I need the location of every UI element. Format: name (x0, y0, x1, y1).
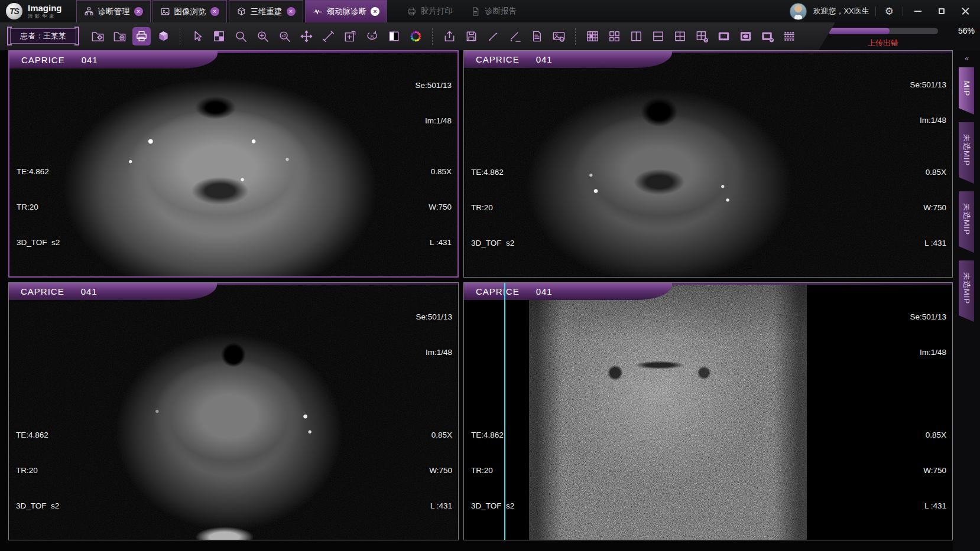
tab-close-icon[interactable]: × (287, 7, 296, 16)
tool-probe-line[interactable] (506, 27, 524, 45)
tab-label: 颈动脉诊断 (327, 6, 367, 17)
svg-text:x2: x2 (281, 34, 286, 38)
tab-close-icon[interactable]: × (210, 7, 219, 16)
overlay-series-info: Se:501/13 Im:1/48 (416, 288, 452, 382)
tool-layout-2row[interactable] (649, 27, 667, 45)
viewport-1[interactable]: CAPRICE 041 Se:501/13 Im:1/48 TE:4.862 T… (463, 50, 953, 278)
tool-probe[interactable] (484, 27, 502, 45)
viewport-2[interactable]: CAPRICE 041 Se:501/13 Im:1/48 TE:4.862 T… (8, 282, 459, 540)
image-index: Im:1/48 (415, 115, 452, 127)
echo-time: TE:4.862 (16, 429, 59, 441)
tool-roi-ellipse[interactable] (736, 27, 755, 45)
echo-time: TE:4.862 (17, 166, 60, 178)
rect-bold-icon (717, 30, 731, 43)
toolbar-divider (432, 28, 433, 45)
upload-panel: 56% 上传出错 (819, 22, 980, 50)
tool-roi-rect-delete[interactable] (758, 27, 777, 45)
svg-text:S: S (370, 34, 374, 40)
mri-image[interactable] (9, 283, 458, 540)
series-tab-mip-active[interactable]: MIP (959, 67, 974, 115)
tab-diagnosis-management[interactable]: 诊断管理× (76, 0, 151, 22)
series-number: 041 (81, 286, 98, 296)
mri-image[interactable] (529, 283, 807, 540)
tool-invert[interactable] (385, 27, 403, 45)
brand-subtitle: 清影华康 (28, 14, 62, 19)
doc-icon (530, 30, 544, 43)
viewport-3[interactable]: CAPRICE 041 Se:501/13 Im:1/48 TE:4.862 T… (463, 282, 953, 540)
anatomy-render (9, 283, 458, 540)
tool-rotate[interactable]: S (363, 27, 381, 45)
tool-pointer[interactable] (188, 27, 206, 45)
repetition-time: TR:20 (471, 465, 514, 477)
series-tab-mip-1[interactable]: 未选MIP (959, 122, 974, 184)
sequence-name: 3D_TOF s2 (471, 500, 514, 512)
tool-new-report[interactable] (528, 27, 546, 45)
tool-filmstrip[interactable] (780, 27, 799, 45)
settings-gear-icon[interactable]: ⚙ (882, 5, 897, 18)
tool-save[interactable] (462, 27, 481, 45)
minimize-button[interactable] (909, 0, 927, 22)
overlay-series-info: Se:501/13 Im:1/48 (910, 288, 946, 382)
tab-close-icon[interactable]: × (134, 7, 143, 16)
cols2-icon (629, 30, 643, 43)
tab-label: 三维重建 (251, 6, 283, 17)
series-rail: « MIP未选MIP未选MIP未选MIP (953, 50, 980, 551)
tool-tile-layout[interactable] (210, 27, 228, 45)
grid44-icon (586, 30, 599, 43)
series-title: CAPRICE (476, 286, 520, 296)
tool-export-image[interactable] (550, 27, 568, 45)
tool-measure[interactable] (319, 27, 338, 45)
overlay-display-info: 0.85X W:750 L :431 (429, 142, 452, 272)
tab-carotid-diagnosis[interactable]: 颈动脉诊断× (305, 0, 388, 22)
zoom-factor: 0.85X (923, 167, 946, 178)
image-index: Im:1/48 (910, 347, 946, 358)
tool-layout-grid[interactable] (583, 27, 602, 45)
rect-x-icon (761, 30, 774, 43)
viewport-banner: CAPRICE 041 (464, 283, 672, 300)
tool-roi-rect[interactable] (715, 27, 733, 45)
tool-layout-2x2[interactable] (671, 27, 689, 45)
mri-image[interactable] (9, 51, 457, 276)
overlay-acquisition-info: TE:4.862 TR:20 3D_TOF s2 (471, 143, 514, 273)
tool-volume-3d[interactable] (154, 27, 173, 45)
user-avatar[interactable] (790, 3, 807, 20)
image-index: Im:1/48 (910, 115, 946, 126)
tool-import-exam[interactable] (111, 27, 129, 45)
tool-pan[interactable] (297, 27, 316, 45)
tab-3d-reconstruction[interactable]: 三维重建× (229, 0, 303, 22)
tool-magnifier[interactable] (232, 27, 250, 45)
window-width: W:750 (429, 201, 452, 213)
tool-layout-2col[interactable] (627, 27, 645, 45)
tool-pseudo-color[interactable] (407, 27, 425, 45)
grid-x-icon (695, 30, 709, 43)
tool-zoom-in[interactable] (254, 27, 272, 45)
tool-layout-blocks[interactable] (605, 27, 624, 45)
tab-image-browse[interactable]: 图像浏览× (152, 0, 227, 22)
viewport-0-selected[interactable]: CAPRICE 041 Se:501/13 Im:1/48 TE:4.862 T… (8, 50, 459, 278)
menu-label: 胶片打印 (421, 6, 453, 17)
collapse-rail-icon[interactable]: « (953, 54, 980, 63)
window-level: L :431 (923, 500, 946, 512)
series-tab-mip-3[interactable]: 未选MIP (959, 260, 974, 322)
tab-close-icon[interactable]: × (371, 7, 379, 16)
pen-icon (486, 30, 500, 43)
image-icon (160, 6, 170, 17)
mri-image[interactable] (464, 51, 952, 277)
tool-layout-close[interactable] (693, 27, 711, 45)
zoom-x2-icon: x2 (278, 30, 291, 43)
tool-zoom-2x[interactable]: x2 (275, 27, 294, 45)
tool-upload[interactable] (440, 27, 459, 45)
maximize-button[interactable] (933, 0, 950, 22)
patient-field[interactable]: 患者：王某某 (10, 28, 76, 44)
tool-print[interactable] (132, 27, 151, 45)
printer-icon (135, 30, 148, 43)
zoom-factor: 0.85X (429, 166, 452, 178)
tool-annotation[interactable] (341, 27, 359, 45)
blocks-icon (608, 30, 621, 43)
series-tab-mip-2[interactable]: 未选MIP (959, 191, 974, 253)
close-button[interactable] (956, 0, 974, 22)
sequence-name: 3D_TOF s2 (16, 500, 59, 512)
anatomy-render (464, 51, 952, 277)
tool-open-exam[interactable] (89, 27, 107, 45)
series-tab-label: 未选MIP (961, 272, 972, 304)
